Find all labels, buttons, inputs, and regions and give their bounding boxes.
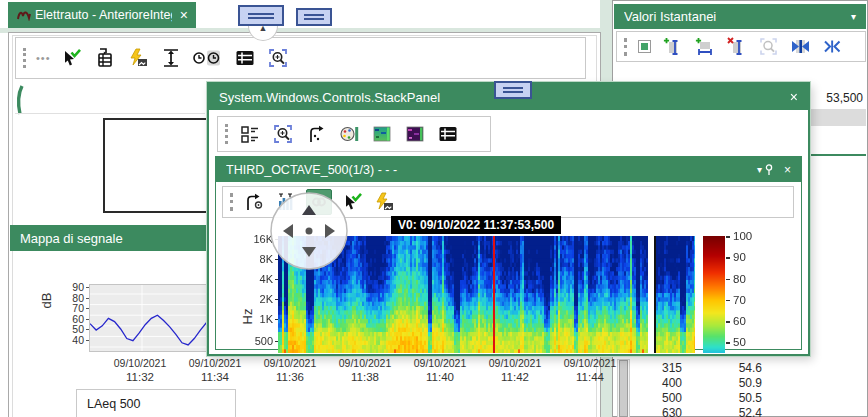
- mappa-xtick-date: 09/10/2021: [250, 357, 330, 369]
- colorbar-tick-label: 70: [733, 294, 746, 306]
- laeq-box[interactable]: LAeq 500: [76, 389, 236, 417]
- table-row[interactable]: 63052.4: [633, 406, 863, 417]
- run-pointer-check-icon[interactable]: [60, 46, 84, 70]
- spectrogram-purple-icon[interactable]: [403, 122, 427, 146]
- instant-timestamp: 53,500: [813, 91, 863, 105]
- level-cell: 54.6: [682, 361, 762, 376]
- octave-close-icon[interactable]: ×: [784, 164, 791, 176]
- spectro-ytick: 500: [236, 335, 273, 347]
- mappa-xtick-date: 09/10/2021: [550, 357, 630, 369]
- colorbar-tick-label: 80: [733, 273, 746, 285]
- dock-guide-top-2[interactable]: [296, 8, 332, 26]
- main-toolbar: •••: [15, 37, 586, 79]
- time-history-icon[interactable]: [192, 46, 224, 70]
- mappa-ylabel: dB: [39, 293, 54, 309]
- stackpanel-toolbar: [217, 116, 491, 152]
- add-horizontal-span-icon[interactable]: [692, 35, 716, 59]
- mappa-xtick-time: 11:36: [265, 371, 315, 383]
- mappa-xtick-time: 11:32: [115, 371, 165, 383]
- tab-close-icon[interactable]: ×: [180, 8, 188, 22]
- tab-title: Elettrauto - AnterioreIntegrate: [35, 8, 172, 22]
- export-image-icon[interactable]: [372, 190, 396, 214]
- mappa-xtick-time: 11:42: [490, 371, 540, 383]
- layout-list-icon[interactable]: [238, 122, 262, 146]
- delete-cursor-icon[interactable]: [724, 35, 748, 59]
- cursor-tooltip: V0: 09/10/2022 11:37:53,500: [391, 216, 561, 234]
- mappa-xtick-date: 09/10/2021: [100, 357, 180, 369]
- mappa-xtick-time: 11:44: [565, 371, 615, 383]
- enable-box-icon[interactable]: [636, 35, 652, 59]
- level-cell: 50.5: [682, 391, 762, 406]
- colorbar-tick-label: 100: [733, 230, 752, 242]
- floating-window-close-icon[interactable]: ×: [790, 90, 798, 104]
- colorbar-tick-label: 60: [733, 315, 746, 327]
- freq-cell: 630: [633, 406, 682, 417]
- mappa-xtick-date: 09/10/2021: [400, 357, 480, 369]
- converge-cursors-icon[interactable]: [788, 35, 812, 59]
- report-table-icon[interactable]: [93, 46, 117, 70]
- toolbar-grip[interactable]: [23, 48, 27, 68]
- data-table-icon[interactable]: [436, 122, 460, 146]
- floating-window[interactable]: System.Windows.Controls.StackPanel × T: [207, 82, 810, 356]
- toolbar-grip[interactable]: [225, 124, 229, 144]
- data-table-icon[interactable]: [233, 46, 257, 70]
- dock-guide-window[interactable]: [494, 81, 532, 99]
- octave-header[interactable]: THIRD_OCTAVE_500(1/3) - - - ▾ ×: [216, 157, 801, 182]
- laeq-label: LAeq 500: [87, 397, 141, 411]
- zoom-selection-icon[interactable]: [266, 46, 290, 70]
- palette-icon[interactable]: [337, 122, 361, 146]
- level-cell: 50.9: [682, 376, 762, 391]
- zoom-selection-icon[interactable]: [271, 122, 295, 146]
- mappa-xtick-date: 09/10/2021: [325, 357, 405, 369]
- mappa-xtick-time: 11:34: [190, 371, 240, 383]
- diverge-cursors-icon[interactable]: [820, 35, 844, 59]
- app-logo-icon: [16, 7, 32, 23]
- spectro-ytick: 2K: [236, 293, 273, 305]
- zoom-disabled-icon: [756, 35, 780, 59]
- valori-caret-icon[interactable]: ▾: [851, 11, 856, 22]
- document-tab[interactable]: Elettrauto - AnterioreIntegrate ×: [8, 2, 196, 28]
- valori-title: Valori Istantanei: [624, 9, 843, 24]
- colorbar-canvas: [703, 236, 725, 353]
- mappa-xaxis: 09/10/202111:3209/10/202111:3409/10/2021…: [0, 356, 680, 386]
- mappa-xtick-date: 09/10/2021: [475, 357, 555, 369]
- fit-vertical-icon[interactable]: [159, 46, 183, 70]
- level-cell: 52.4: [682, 406, 762, 417]
- mappa-ytick: 40: [56, 334, 84, 346]
- mappa-xtick-time: 11:40: [415, 371, 465, 383]
- octave-title: THIRD_OCTAVE_500(1/3) - - -: [226, 163, 749, 177]
- table-row[interactable]: 50050.5: [633, 391, 863, 406]
- overflow-icon[interactable]: •••: [36, 52, 51, 64]
- valori-header[interactable]: Valori Istantanei ▾: [614, 4, 866, 29]
- spectrogram-green-icon[interactable]: [370, 122, 394, 146]
- add-vertical-cursor-icon[interactable]: [660, 35, 684, 59]
- valori-toolbar: [616, 31, 866, 62]
- dock-guide-top[interactable]: [238, 5, 284, 26]
- axis-path-icon[interactable]: [304, 122, 328, 146]
- spectro-ytick: 1K: [236, 313, 273, 325]
- colorbar-tick-label: 90: [733, 251, 746, 263]
- colorbar-ticks: 1009080706050: [725, 157, 765, 351]
- mappa-xtick-date: 09/10/2021: [175, 357, 255, 369]
- mappa-xtick-time: 11:38: [340, 371, 390, 383]
- freq-cell: 500: [633, 391, 682, 406]
- export-image-icon[interactable]: [126, 46, 150, 70]
- colorbar-tick-label: 50: [733, 336, 746, 348]
- content-divider: [15, 113, 205, 114]
- nav-pad[interactable]: [267, 189, 351, 277]
- toolbar-grip[interactable]: [624, 38, 628, 56]
